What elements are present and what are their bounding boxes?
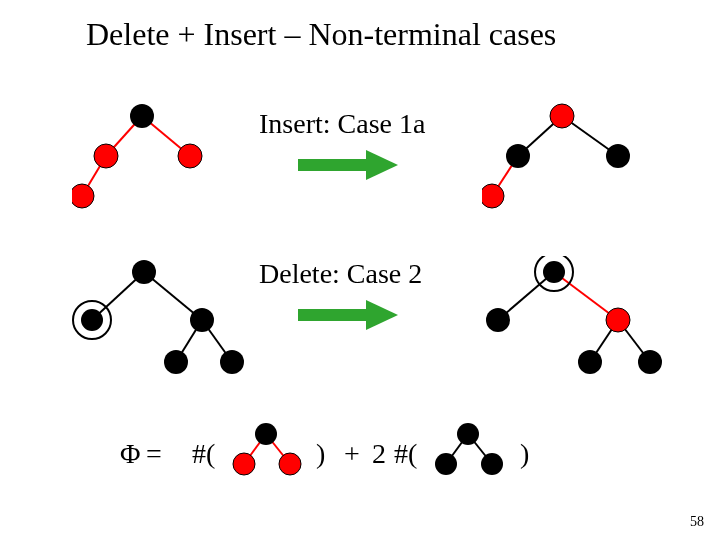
svg-rect-0 — [298, 159, 366, 171]
svg-rect-16 — [298, 309, 366, 321]
svg-marker-1 — [366, 150, 398, 180]
svg-point-5 — [130, 104, 154, 128]
svg-point-15 — [482, 184, 504, 208]
two-symbol: 2 — [372, 438, 386, 470]
svg-point-35 — [606, 308, 630, 332]
page-title: Delete + Insert – Non-terminal cases — [86, 16, 556, 53]
hashparen2: #( — [394, 438, 417, 470]
arrow-icon — [298, 300, 398, 330]
svg-point-27 — [220, 350, 244, 374]
svg-point-41 — [233, 453, 255, 475]
svg-point-46 — [435, 453, 457, 475]
svg-point-13 — [506, 144, 530, 168]
delete-case-label: Delete: Case 2 — [259, 258, 422, 290]
svg-point-34 — [486, 308, 510, 332]
page-number: 58 — [690, 514, 704, 530]
phi-symbol: Φ — [120, 438, 140, 470]
svg-point-8 — [72, 184, 94, 208]
svg-marker-17 — [366, 300, 398, 330]
term1-tree — [228, 420, 308, 480]
svg-point-42 — [279, 453, 301, 475]
delete-before-tree — [72, 256, 272, 386]
svg-point-12 — [550, 104, 574, 128]
equals-symbol: = — [146, 438, 162, 470]
insert-before-tree — [72, 100, 232, 220]
svg-point-22 — [132, 260, 156, 284]
svg-point-45 — [457, 423, 479, 445]
svg-point-47 — [481, 453, 503, 475]
svg-point-25 — [190, 308, 214, 332]
hashparen1: #( — [192, 438, 215, 470]
svg-point-36 — [578, 350, 602, 374]
delete-after-tree — [478, 256, 688, 386]
arrow-icon — [298, 150, 398, 180]
svg-point-14 — [606, 144, 630, 168]
svg-point-6 — [94, 144, 118, 168]
svg-point-7 — [178, 144, 202, 168]
term2-tree — [430, 420, 510, 480]
plus-symbol: + — [344, 438, 360, 470]
svg-point-26 — [164, 350, 188, 374]
closeparen1: ) — [316, 438, 325, 470]
svg-point-33 — [543, 261, 565, 283]
svg-point-24 — [81, 309, 103, 331]
closeparen2: ) — [520, 438, 529, 470]
insert-after-tree — [482, 100, 662, 220]
svg-point-37 — [638, 350, 662, 374]
svg-point-40 — [255, 423, 277, 445]
insert-case-label: Insert: Case 1a — [259, 108, 425, 140]
